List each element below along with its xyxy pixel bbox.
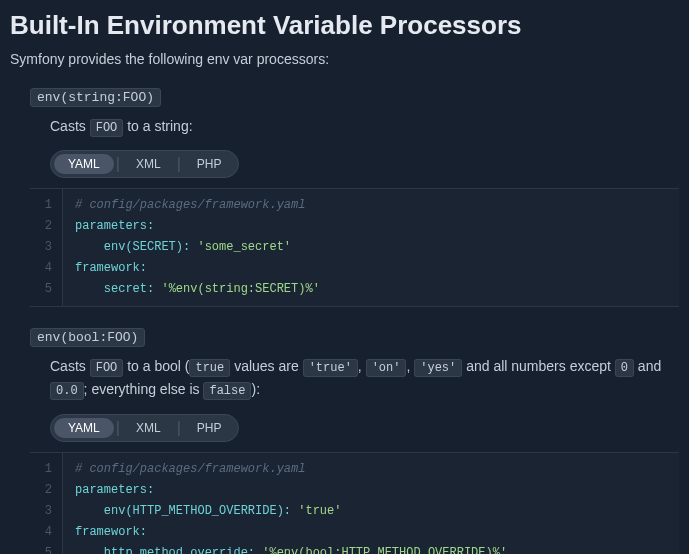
code-tabs: YAML|XML|PHP	[50, 150, 239, 178]
inline-code: true	[189, 359, 230, 377]
tab-separator: |	[177, 419, 181, 437]
inline-code: FOO	[90, 119, 124, 137]
tab-php[interactable]: PHP	[183, 154, 236, 174]
processor-term: env(string:FOO)	[30, 88, 161, 107]
code-content: # config/packages/framework.yamlparamete…	[63, 189, 679, 306]
inline-code: 'yes'	[414, 359, 462, 377]
code-block: 12345# config/packages/framework.yamlpar…	[30, 188, 679, 307]
inline-code: false	[203, 382, 251, 400]
inline-code: 'on'	[366, 359, 407, 377]
intro-text: Symfony provides the following env var p…	[10, 51, 679, 67]
code-block: 12345# config/packages/framework.yamlpar…	[30, 452, 679, 554]
tab-separator: |	[116, 155, 120, 173]
tab-yaml[interactable]: YAML	[54, 154, 114, 174]
processor-term: env(bool:FOO)	[30, 328, 145, 347]
page-heading: Built-In Environment Variable Processors	[10, 10, 679, 41]
processor-description: Casts FOO to a bool (true values are 'tr…	[50, 355, 679, 401]
inline-code: FOO	[90, 359, 124, 377]
tab-xml[interactable]: XML	[122, 154, 175, 174]
tab-separator: |	[116, 419, 120, 437]
code-tabs: YAML|XML|PHP	[50, 414, 239, 442]
processor-description: Casts FOO to a string:	[50, 115, 679, 138]
tab-yaml[interactable]: YAML	[54, 418, 114, 438]
inline-code: 0	[615, 359, 634, 377]
inline-code: 'true'	[303, 359, 358, 377]
line-numbers: 12345	[30, 189, 63, 306]
inline-code: 0.0	[50, 382, 84, 400]
code-content: # config/packages/framework.yamlparamete…	[63, 453, 679, 554]
line-numbers: 12345	[30, 453, 63, 554]
tab-separator: |	[177, 155, 181, 173]
tab-xml[interactable]: XML	[122, 418, 175, 438]
tab-php[interactable]: PHP	[183, 418, 236, 438]
